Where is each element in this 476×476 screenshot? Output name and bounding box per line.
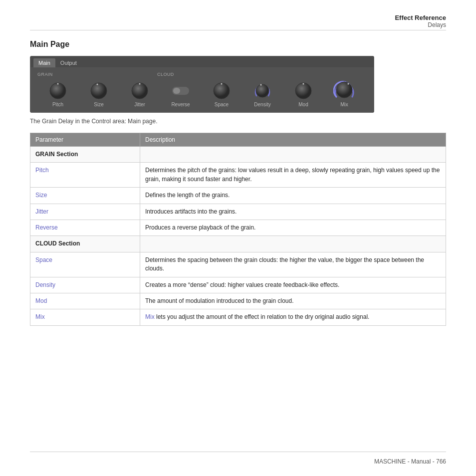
plugin-panel: Main Output GRAIN CLOUD	[30, 56, 374, 113]
space-knob-group: Space	[201, 81, 242, 107]
page-title: Main Page	[30, 40, 446, 49]
pitch-knob-group: Pitch	[37, 81, 78, 107]
pitch-knob[interactable]	[48, 81, 68, 101]
space-label: Space	[215, 102, 229, 107]
table-row: Jitter Introduces artifacts into the gra…	[30, 204, 446, 220]
param-jitter: Jitter	[35, 208, 48, 215]
svg-point-5	[139, 83, 141, 85]
param-space: Space	[35, 256, 52, 263]
svg-point-11	[303, 83, 304, 85]
svg-point-13	[348, 83, 349, 85]
table-row: Size Defines the length of the grains.	[30, 188, 446, 204]
svg-point-12	[336, 82, 352, 98]
table-row: GRAIN Section	[30, 147, 446, 163]
table-row: Space Determines the spacing between the…	[30, 252, 446, 277]
footer-text: MASCHINE - Manual - 766	[374, 458, 446, 465]
mix-highlight: Mix	[145, 313, 155, 320]
svg-point-10	[295, 83, 311, 99]
svg-point-1	[57, 83, 59, 85]
main-content: Main Page Main Output GRAIN CLOUD	[30, 40, 446, 326]
plugin-body: GRAIN CLOUD	[30, 68, 374, 112]
param-pitch: Pitch	[35, 167, 49, 174]
param-space-desc: Determines the spacing between the grain…	[140, 252, 446, 277]
footer-divider	[30, 452, 446, 452]
svg-point-2	[91, 83, 107, 99]
param-density: Density	[35, 281, 55, 288]
pitch-label: Pitch	[52, 102, 63, 107]
size-knob-group: Size	[78, 81, 119, 107]
table-row: Mod The amount of modulation introduced …	[30, 293, 446, 309]
header-title: Effect Reference	[395, 14, 446, 21]
param-pitch-desc: Determines the pitch of the grains: low …	[140, 163, 446, 188]
plugin-tabs: Main Output	[30, 56, 374, 68]
param-size-desc: Defines the length of the grains.	[140, 188, 446, 204]
param-size: Size	[35, 192, 47, 199]
param-reverse-desc: Produces a reverse playback of the grain…	[140, 220, 446, 236]
table-row: Pitch Determines the pitch of the grains…	[30, 163, 446, 188]
space-knob[interactable]	[212, 81, 232, 101]
mod-knob[interactable]	[293, 81, 313, 101]
svg-point-3	[97, 84, 98, 85]
svg-point-8	[256, 84, 269, 97]
section-grain-label: GRAIN Section	[30, 147, 140, 163]
section-cloud-label: CLOUD Section	[30, 236, 140, 252]
param-reverse: Reverse	[35, 224, 58, 231]
param-mod-desc: The amount of modulation introduced to t…	[140, 293, 446, 309]
header: Effect Reference Delays	[395, 14, 446, 28]
section-grain-desc	[140, 147, 446, 163]
mix-label: Mix	[340, 102, 348, 107]
svg-point-6	[214, 83, 230, 99]
param-mod: Mod	[35, 297, 47, 304]
param-mix: Mix	[35, 313, 45, 320]
grain-section-label: GRAIN	[37, 72, 157, 77]
svg-point-4	[132, 83, 148, 99]
knobs-row: Pitch Size	[35, 77, 369, 107]
param-mix-desc: Mix lets you adjust the amount of the ef…	[140, 309, 446, 325]
cloud-section-label: CLOUD	[157, 72, 174, 77]
density-knob-group: Density	[242, 81, 283, 107]
reverse-toggle[interactable]	[172, 87, 189, 95]
tab-main[interactable]: Main	[33, 58, 55, 67]
jitter-knob-group: Jitter	[119, 81, 160, 107]
table-row: Mix Mix lets you adjust the amount of th…	[30, 309, 446, 325]
density-label: Density	[254, 102, 270, 107]
reverse-knob-group: Reverse	[160, 81, 201, 107]
parameter-table: Parameter Description GRAIN Section Pitc…	[30, 133, 446, 326]
table-row: Reverse Produces a reverse playback of t…	[30, 220, 446, 236]
mix-knob[interactable]	[333, 79, 355, 101]
mod-label: Mod	[298, 102, 308, 107]
mod-knob-group: Mod	[283, 81, 324, 107]
mix-knob-group: Mix	[324, 79, 365, 107]
col-description: Description	[140, 133, 446, 147]
caption: The Grain Delay in the Control area: Mai…	[30, 118, 446, 125]
jitter-knob[interactable]	[130, 81, 150, 101]
table-row: Density Creates a more “dense” cloud: hi…	[30, 277, 446, 293]
svg-point-7	[221, 83, 223, 85]
header-subtitle: Delays	[395, 21, 446, 28]
table-row: CLOUD Section	[30, 236, 446, 252]
jitter-label: Jitter	[134, 102, 145, 107]
header-divider	[30, 30, 446, 30]
col-parameter: Parameter	[30, 133, 140, 147]
size-knob[interactable]	[89, 81, 109, 101]
svg-point-0	[50, 83, 66, 99]
param-jitter-desc: Introduces artifacts into the grains.	[140, 204, 446, 220]
size-label: Size	[94, 102, 103, 107]
section-cloud-desc	[140, 236, 446, 252]
param-density-desc: Creates a more “dense” cloud: higher val…	[140, 277, 446, 293]
tab-output[interactable]: Output	[55, 58, 82, 67]
reverse-label: Reverse	[171, 102, 190, 107]
density-knob[interactable]	[252, 81, 272, 101]
svg-point-9	[260, 84, 262, 86]
